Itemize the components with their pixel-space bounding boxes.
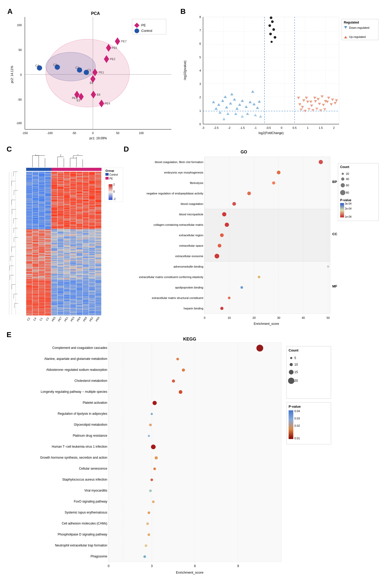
svg-rect-163 <box>95 168 102 171</box>
svg-rect-950 <box>64 218 70 219</box>
svg-rect-1217 <box>83 234 89 235</box>
svg-rect-782 <box>64 208 70 209</box>
svg-rect-2163 <box>70 291 76 292</box>
svg-rect-1110 <box>89 228 95 229</box>
svg-rect-1727 <box>45 265 51 266</box>
svg-rect-2289 <box>32 299 38 300</box>
svg-rect-2125 <box>58 289 64 290</box>
svg-rect-463 <box>95 189 101 190</box>
svg-rect-920 <box>26 217 32 218</box>
svg-rect-796 <box>76 209 82 210</box>
svg-rect-706 <box>39 204 45 205</box>
svg-rect-251 <box>45 177 51 177</box>
svg-rect-1153 <box>58 231 64 232</box>
svg-rect-165 <box>32 172 38 172</box>
svg-rect-2248 <box>76 296 82 297</box>
svg-rect-1834 <box>39 272 45 272</box>
svg-rect-1755 <box>70 267 76 267</box>
svg-rect-1376 <box>26 244 32 245</box>
svg-rect-931 <box>95 217 101 218</box>
svg-rect-1668 <box>51 262 57 262</box>
svg-rect-2446 <box>39 308 45 309</box>
svg-rect-616 <box>76 198 82 199</box>
svg-rect-1802 <box>64 269 70 270</box>
svg-rect-381 <box>32 185 38 186</box>
svg-rect-1315 <box>95 240 101 241</box>
svg-rect-1850 <box>64 272 70 273</box>
svg-rect-2523 <box>70 313 76 313</box>
svg-rect-2392 <box>76 305 82 305</box>
svg-rect-2382 <box>89 304 95 305</box>
svg-rect-2411 <box>45 306 51 307</box>
svg-rect-467 <box>45 190 51 191</box>
svg-rect-415 <box>95 186 101 187</box>
svg-rect-1970 <box>64 280 70 280</box>
svg-rect-405 <box>32 186 38 187</box>
svg-rect-1169 <box>83 231 89 232</box>
svg-rect-2287 <box>95 298 101 299</box>
svg-rect-903 <box>70 216 76 216</box>
svg-rect-625 <box>58 199 64 200</box>
svg-rect-2352 <box>51 303 57 303</box>
svg-rect-1817 <box>83 270 89 271</box>
svg-rect-1088 <box>26 227 32 228</box>
svg-rect-748 <box>76 206 82 207</box>
svg-rect-2261 <box>83 297 89 298</box>
svg-rect-1019 <box>45 223 51 223</box>
svg-rect-1163 <box>45 231 51 232</box>
svg-rect-2123 <box>45 289 51 290</box>
svg-text:collagen-containing extracellu: collagen-containing extracellular matrix <box>154 223 204 226</box>
svg-rect-1583 <box>45 257 51 257</box>
svg-rect-1782 <box>89 268 95 269</box>
svg-rect-860 <box>26 214 32 214</box>
svg-rect-833 <box>83 211 89 212</box>
svg-rect-699 <box>70 203 76 204</box>
svg-rect-1120 <box>76 228 82 229</box>
svg-text:2: 2 <box>199 96 201 99</box>
svg-rect-2503 <box>95 311 101 312</box>
svg-rect-788 <box>26 209 32 210</box>
svg-rect-2512 <box>76 312 82 313</box>
svg-text:2: 2 <box>333 126 335 129</box>
svg-rect-712 <box>76 204 82 205</box>
svg-rect-2250 <box>89 296 95 297</box>
svg-rect-348 <box>51 182 57 183</box>
svg-rect-1489 <box>58 251 64 252</box>
svg-rect-1044 <box>51 224 57 225</box>
svg-rect-260 <box>26 177 32 178</box>
svg-rect-2231 <box>45 295 51 296</box>
svg-rect-2263 <box>95 297 101 298</box>
svg-rect-580 <box>76 196 82 197</box>
svg-rect-2063 <box>45 285 51 286</box>
svg-rect-337 <box>58 182 64 183</box>
svg-rect-1745 <box>83 266 89 267</box>
svg-rect-1902 <box>89 275 95 276</box>
svg-rect-1998 <box>89 281 95 282</box>
svg-rect-2164 <box>76 291 82 292</box>
svg-rect-1744 <box>76 266 82 267</box>
svg-rect-1351 <box>95 242 101 243</box>
svg-rect-1026 <box>89 223 95 223</box>
svg-rect-2524 <box>76 313 82 313</box>
svg-rect-590 <box>64 197 70 198</box>
svg-rect-2077 <box>58 286 64 287</box>
svg-rect-1205 <box>83 234 89 234</box>
svg-rect-1599 <box>70 257 76 258</box>
svg-rect-1887 <box>70 274 76 275</box>
svg-rect-1330 <box>39 241 45 242</box>
svg-rect-1758 <box>89 267 95 267</box>
svg-rect-902 <box>64 216 70 216</box>
svg-rect-815 <box>45 211 51 211</box>
svg-rect-716 <box>26 205 32 206</box>
svg-rect-615 <box>70 198 76 199</box>
svg-rect-1846 <box>39 272 45 273</box>
svg-rect-2495 <box>45 311 51 312</box>
svg-rect-846 <box>89 212 95 213</box>
svg-rect-1776 <box>51 268 57 269</box>
svg-rect-1291 <box>95 239 101 239</box>
svg-rect-2160 <box>51 291 57 292</box>
svg-rect-2227 <box>95 295 101 295</box>
svg-rect-2081 <box>83 286 89 287</box>
svg-rect-2742 <box>289 410 293 439</box>
svg-rect-1268 <box>26 238 32 239</box>
